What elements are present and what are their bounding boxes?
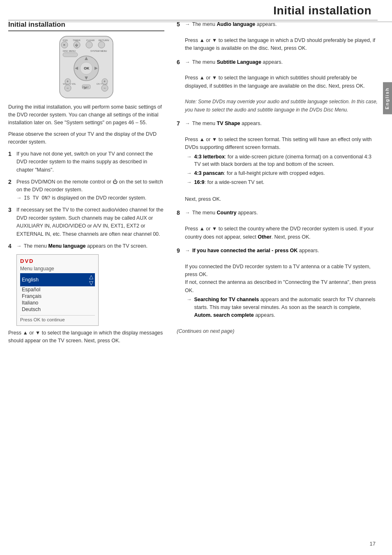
step-5-num: 5	[177, 21, 182, 28]
intro-text: During the initial installation, you wil…	[8, 103, 164, 126]
section-title: Initial installation	[8, 21, 164, 31]
step-3-content: If necessary set the TV to the correct a…	[16, 206, 164, 238]
step-3-num: 3	[8, 207, 14, 213]
step-6-num: 6	[177, 59, 182, 65]
svg-text:DISC MENU: DISC MENU	[63, 50, 76, 52]
svg-text:−: −	[104, 86, 106, 90]
page-title-bar: Initial installation	[39, 0, 392, 22]
svg-text:+: +	[104, 79, 106, 84]
svg-text:RETURN: RETURN	[99, 39, 109, 42]
svg-rect-13	[63, 53, 78, 57]
svg-text:TIMER: TIMER	[73, 39, 81, 42]
page-title: Initial installation	[39, 4, 371, 17]
step-8-num: 8	[177, 209, 182, 216]
svg-text:+: +	[67, 79, 69, 84]
after-menu-text: Press ▲ or ▼ to select the language in w…	[8, 329, 164, 345]
continues-text: (Continues on next page)	[177, 328, 378, 334]
svg-text:FSS: FSS	[63, 39, 68, 42]
step-7-num: 7	[177, 120, 182, 127]
menu-screenshot: DVD Menu language English △▽ Español Fra…	[16, 254, 99, 326]
svg-text:OK: OK	[84, 66, 90, 70]
svg-text:CLEAR: CLEAR	[86, 39, 95, 42]
bullet-searching: → Searching for TV channels appears and …	[187, 296, 378, 319]
svg-text:⏻: ⏻	[75, 44, 78, 46]
svg-text:SYSTEM MENU: SYSTEM MENU	[90, 50, 107, 52]
step-5-content: → The menu Audio language appears. Press…	[185, 21, 378, 53]
page-number: 17	[370, 541, 376, 547]
bullet-169: → 16:9: for a wide-screen TV set.	[187, 179, 378, 186]
step-4-bold: Menu language	[48, 243, 86, 249]
right-column: 5 → The menu Audio language appears. Pre…	[177, 21, 378, 349]
step-9: 9 → If you have connected the aerial - p…	[177, 247, 378, 320]
menu-item-english: English △▽	[20, 273, 95, 286]
remote-svg: FSS TIMER CLEAR RETURN ✕ ⏻ DISC MENU SYS…	[47, 35, 125, 99]
scroll-indicator: △▽	[89, 274, 93, 286]
svg-text:−: −	[67, 86, 69, 90]
step-7-content: → The menu TV Shape appears. Press ▲ or …	[185, 120, 378, 203]
step-2-content: Press DVD/MON on the remote control or ⏻…	[16, 178, 164, 202]
press-ok-text: Press OK to continue	[20, 315, 95, 322]
bullet-43-letterbox: → 4:3 letterbox: for a wide-screen pictu…	[187, 153, 378, 169]
observe-text: Please observe the screen of your TV and…	[8, 130, 164, 146]
svg-text:✕: ✕	[63, 43, 66, 47]
left-column: Initial installation FSS TIMER CLEAR RET…	[8, 21, 164, 349]
svg-point-10	[98, 42, 105, 48]
step-4-content: → The menu Menu language appears on the …	[16, 242, 148, 250]
bullet-43-panscan: → 4:3 panscan: for a full-height picture…	[187, 170, 378, 177]
step-8-content: → The menu Country appears. Press ▲ or ▼…	[185, 209, 378, 241]
step-6: 6 → The menu Subtitle Language appears. …	[177, 58, 378, 114]
step-4-num: 4	[8, 243, 14, 249]
menu-title: Menu language	[20, 266, 95, 272]
step-3: 3 If necessary set the TV to the correct…	[8, 206, 164, 238]
menu-item-espanol: Español	[20, 286, 95, 293]
step-2: 2 Press DVD/MON on the remote control or…	[8, 178, 164, 202]
step-1-content: If you have not done yet, switch on your…	[16, 150, 164, 174]
step-6-content: → The menu Subtitle Language appears. Pr…	[185, 58, 378, 114]
menu-item-francais: Français	[20, 293, 95, 300]
menu-item-italiano: Italiano	[20, 300, 95, 306]
dvd-logo: DVD	[20, 258, 95, 264]
language-tab: English	[383, 82, 392, 114]
step-8: 8 → The menu Country appears. Press ▲ or…	[177, 209, 378, 241]
remote-control-diagram: FSS TIMER CLEAR RETURN ✕ ⏻ DISC MENU SYS…	[47, 35, 125, 99]
step-2-num: 2	[8, 179, 14, 185]
step-5: 5 → The menu Audio language appears. Pre…	[177, 21, 378, 53]
step-1-num: 1	[8, 151, 14, 157]
step-9-num: 9	[177, 247, 182, 254]
main-content: Initial installation FSS TIMER CLEAR RET…	[8, 21, 378, 349]
step-7: 7 → The menu TV Shape appears. Press ▲ o…	[177, 120, 378, 203]
step-4: 4 → The menu Menu language appears on th…	[8, 242, 164, 250]
step-9-content: → If you have connected the aerial - pre…	[185, 247, 378, 320]
step-6-note: Note: Some DVDs may override your audio …	[185, 99, 378, 112]
step-1: 1 If you have not done yet, switch on yo…	[8, 150, 164, 174]
svg-point-9	[86, 42, 92, 48]
menu-item-deutsch: Deutsch	[20, 306, 95, 313]
